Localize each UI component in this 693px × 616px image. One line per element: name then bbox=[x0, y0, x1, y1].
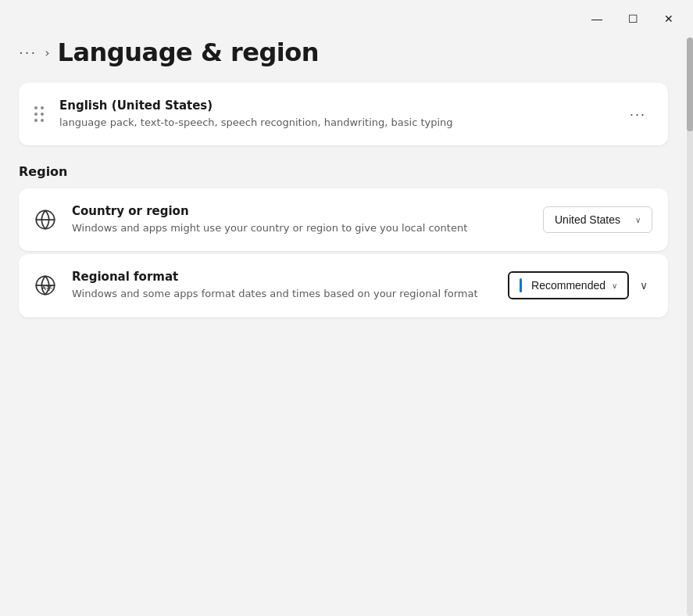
regional-format-label: Regional format bbox=[72, 270, 495, 284]
regional-format-icon: A字 bbox=[31, 271, 59, 299]
country-region-description: Windows and apps might use your country … bbox=[72, 221, 530, 235]
breadcrumb-chevron: › bbox=[45, 45, 49, 60]
language-more-button[interactable]: ··· bbox=[623, 103, 652, 126]
language-card: English (United States) language pack, t… bbox=[19, 83, 668, 145]
country-region-dropdown-value: United States bbox=[555, 213, 620, 226]
regional-format-card: A字 Regional format Windows and some apps… bbox=[19, 254, 668, 317]
language-description: language pack, text-to-speech, speech re… bbox=[59, 116, 611, 130]
country-region-chevron-icon: ∨ bbox=[635, 216, 641, 224]
breadcrumb-dots[interactable]: ··· bbox=[19, 45, 37, 61]
header: ··· › Language & region bbox=[0, 38, 693, 83]
regional-format-dropdown-value: Recommended bbox=[531, 279, 605, 292]
regional-format-chevron-icon: ∨ bbox=[612, 281, 617, 290]
country-region-label: Country or region bbox=[72, 204, 530, 218]
regional-format-description: Windows and some apps format dates and t… bbox=[72, 287, 495, 301]
maximize-button[interactable]: ☐ bbox=[615, 6, 651, 31]
page-title: Language & region bbox=[58, 38, 319, 67]
window: — ☐ ✕ ··· › Language & region bbox=[0, 0, 693, 616]
scrollbar[interactable] bbox=[687, 38, 693, 616]
regional-format-text: Regional format Windows and some apps fo… bbox=[72, 270, 495, 301]
blue-bar-indicator bbox=[520, 278, 522, 292]
svg-text:A字: A字 bbox=[41, 284, 52, 292]
regional-format-controls: Recommended ∨ ∨ bbox=[508, 271, 652, 299]
language-name: English (United States) bbox=[59, 98, 611, 113]
country-region-dropdown[interactable]: United States ∨ bbox=[543, 206, 652, 233]
title-bar: — ☐ ✕ bbox=[0, 0, 693, 38]
scrollbar-thumb bbox=[687, 38, 693, 131]
country-region-card: Country or region Windows and apps might… bbox=[19, 188, 668, 251]
regional-format-expand-button[interactable]: ∨ bbox=[635, 274, 652, 296]
regional-format-dropdown[interactable]: Recommended ∨ bbox=[508, 271, 629, 299]
language-info: English (United States) language pack, t… bbox=[59, 98, 611, 130]
drag-handle[interactable] bbox=[31, 103, 47, 125]
globe-icon bbox=[31, 206, 59, 234]
country-region-text: Country or region Windows and apps might… bbox=[72, 204, 530, 235]
region-section-heading: Region bbox=[19, 164, 668, 179]
close-button[interactable]: ✕ bbox=[651, 6, 687, 31]
content: English (United States) language pack, t… bbox=[0, 83, 693, 616]
title-bar-buttons: — ☐ ✕ bbox=[579, 6, 687, 31]
minimize-button[interactable]: — bbox=[579, 6, 615, 31]
